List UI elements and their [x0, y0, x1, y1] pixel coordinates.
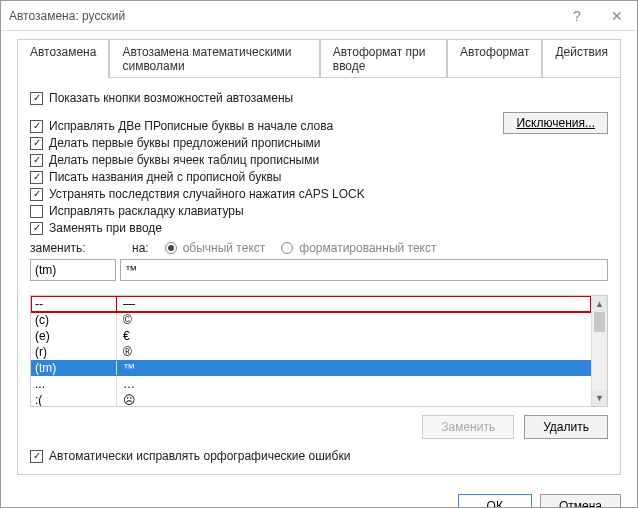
checkbox-sentence-caps-label: Делать первые буквы предложений прописны… — [49, 136, 321, 150]
list-cell-with: ™ — [117, 361, 591, 375]
list-cell-replace: (tm) — [31, 361, 117, 375]
checkbox-auto-fix-spelling[interactable] — [30, 450, 43, 463]
list-row[interactable]: :(☹ — [31, 392, 591, 406]
dialog-footer: ОК Отмена — [1, 484, 637, 508]
list-cell-replace: -- — [31, 297, 117, 311]
checkbox-replace-typing[interactable] — [30, 222, 43, 235]
cancel-button[interactable]: Отмена — [540, 494, 621, 508]
checkbox-two-caps[interactable] — [30, 120, 43, 133]
delete-button[interactable]: Удалить — [524, 415, 608, 439]
list-cell-replace: (e) — [31, 329, 117, 343]
close-button[interactable]: ✕ — [597, 1, 637, 31]
radio-plain-text-label: обычный текст — [183, 241, 266, 255]
tab-3[interactable]: Автоформат — [447, 39, 543, 78]
with-input[interactable]: ™ — [120, 259, 608, 281]
list-row[interactable]: (c)© — [31, 312, 591, 328]
tab-1[interactable]: Автозамена математическими символами — [109, 39, 319, 78]
list-row[interactable]: (tm)™ — [31, 360, 591, 376]
help-button[interactable]: ? — [557, 1, 597, 31]
list-cell-with: ☹ — [117, 393, 591, 406]
tab-2[interactable]: Автоформат при вводе — [320, 39, 447, 78]
list-cell-replace: ... — [31, 377, 117, 391]
title-bar: Автозамена: русский ? ✕ — [1, 1, 637, 31]
checkbox-show-buttons[interactable] — [30, 92, 43, 105]
tab-panel: Показать кнопки возможностей автозамены … — [17, 77, 621, 475]
replace-column-label: заменить: — [30, 241, 116, 255]
checkbox-two-caps-label: Исправлять ДВе ПРописные буквы в начале … — [49, 119, 333, 133]
ok-button[interactable]: ОК — [458, 494, 532, 508]
list-row[interactable]: ...… — [31, 376, 591, 392]
list-cell-with: — — [117, 297, 591, 311]
list-cell-replace: :( — [31, 393, 117, 406]
checkbox-keyboard-layout[interactable] — [30, 205, 43, 218]
checkbox-auto-fix-spelling-label: Автоматически исправлять орфографические… — [49, 449, 350, 463]
list-cell-with: © — [117, 313, 591, 327]
scroll-thumb[interactable] — [594, 312, 605, 332]
checkbox-day-caps-label: Писать названия дней с прописной буквы — [49, 170, 281, 184]
checkbox-day-caps[interactable] — [30, 171, 43, 184]
radio-formatted-text[interactable] — [281, 242, 293, 254]
list-row[interactable]: (r)® — [31, 344, 591, 360]
with-column-label: на: — [132, 241, 149, 255]
list-cell-replace: (r) — [31, 345, 117, 359]
tab-strip: АвтозаменаАвтозамена математическими сим… — [1, 31, 637, 78]
list-cell-with: ® — [117, 345, 591, 359]
list-row[interactable]: --— — [31, 296, 591, 312]
checkbox-table-caps[interactable] — [30, 154, 43, 167]
list-cell-with: … — [117, 377, 591, 391]
radio-formatted-text-label: форматированный текст — [299, 241, 436, 255]
replacement-list: --—(c)©(e)€(r)®(tm)™...…:(☹ ▲ ▼ — [30, 295, 608, 407]
tab-0[interactable]: Автозамена — [17, 39, 109, 78]
exceptions-button[interactable]: Исключения... — [503, 112, 608, 134]
scroll-down-button[interactable]: ▼ — [592, 390, 607, 406]
list-cell-with: € — [117, 329, 591, 343]
checkbox-sentence-caps[interactable] — [30, 137, 43, 150]
radio-plain-text[interactable] — [165, 242, 177, 254]
list-scrollbar[interactable]: ▲ ▼ — [591, 296, 607, 406]
checkbox-replace-typing-label: Заменять при вводе — [49, 221, 162, 235]
checkbox-caps-lock[interactable] — [30, 188, 43, 201]
replace-input[interactable]: (tm) — [30, 259, 116, 281]
list-row[interactable]: (e)€ — [31, 328, 591, 344]
window-title: Автозамена: русский — [9, 9, 125, 23]
scroll-up-button[interactable]: ▲ — [592, 296, 607, 312]
checkbox-table-caps-label: Делать первые буквы ячеек таблиц прописн… — [49, 153, 319, 167]
list-cell-replace: (c) — [31, 313, 117, 327]
tab-4[interactable]: Действия — [542, 39, 621, 78]
checkbox-show-buttons-label: Показать кнопки возможностей автозамены — [49, 91, 293, 105]
checkbox-caps-lock-label: Устранять последствия случайного нажатия… — [49, 187, 365, 201]
replace-button: Заменить — [422, 415, 514, 439]
checkbox-keyboard-layout-label: Исправлять раскладку клавиатуры — [49, 204, 244, 218]
